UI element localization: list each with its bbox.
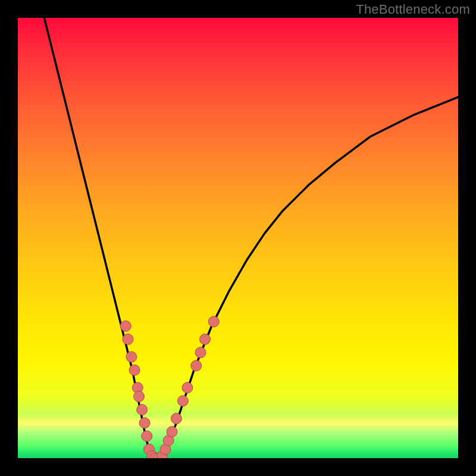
- chart-frame: TheBottleneck.com: [0, 0, 476, 476]
- data-marker: [195, 347, 206, 358]
- data-marker: [139, 418, 150, 428]
- watermark-text: TheBottleneck.com: [356, 2, 470, 17]
- data-marker: [120, 321, 131, 331]
- chart-svg: [18, 18, 458, 458]
- data-marker: [200, 334, 211, 345]
- data-marker: [123, 334, 133, 345]
- data-marker: [137, 405, 148, 415]
- data-marker: [208, 317, 219, 327]
- data-marker: [182, 383, 193, 393]
- data-marker: [191, 361, 202, 371]
- plot-area: [18, 18, 458, 458]
- data-marker: [167, 427, 177, 437]
- data-marker: [171, 413, 181, 424]
- markers-layer: [120, 317, 219, 458]
- bottleneck-curve: [44, 18, 458, 458]
- data-marker: [134, 391, 145, 402]
- data-marker: [126, 352, 137, 362]
- curve-layer: [44, 18, 458, 458]
- data-marker: [178, 396, 189, 406]
- data-marker: [129, 365, 140, 375]
- data-marker: [142, 431, 152, 441]
